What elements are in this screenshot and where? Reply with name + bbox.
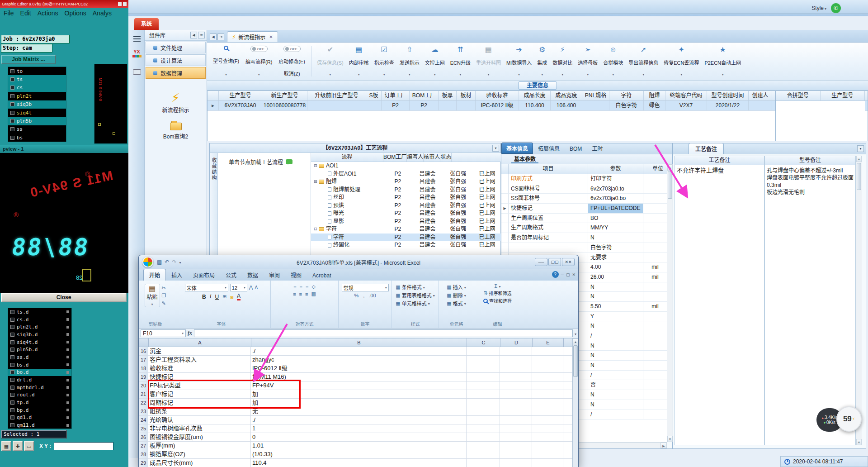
cell-f[interactable] <box>563 381 573 390</box>
save-icon[interactable]: ▤ <box>157 259 162 265</box>
cell-c[interactable] <box>467 459 500 467</box>
column-header[interactable]: BOM工厂 <box>410 91 439 100</box>
layer-checkbox[interactable] <box>10 325 14 329</box>
layer-row[interactable]: rout.d <box>8 391 71 399</box>
vertical-scrollbar[interactable]: ▲ ▼ <box>856 156 862 445</box>
ribbon-button[interactable]: ✦ 修复ECN丢流程 <box>661 44 702 78</box>
row-number[interactable]: 25 <box>139 424 148 433</box>
tab[interactable]: 基本信息 <box>501 143 533 154</box>
ribbon-button[interactable]: ➚ 导出流程信息 <box>626 44 661 78</box>
ribbon-button[interactable]: ★ P2ECN自动上网 <box>702 44 744 78</box>
column-header[interactable]: 终端客户代码 <box>665 91 707 100</box>
flow-tree-row[interactable]: 丝印 P2 吕建会 张自强 已上网 <box>311 194 501 202</box>
flow-tree-row[interactable]: 阻焊 P2 吕建会 张自强 已上网 <box>311 178 501 186</box>
column-header[interactable]: 字符 <box>609 91 644 100</box>
layer-row[interactable]: siq4t.d <box>8 338 71 346</box>
phone-icon[interactable]: ✆ <box>831 3 841 13</box>
ribbon-button[interactable]: ⇧ 发送指示 <box>397 44 422 78</box>
layer-checkbox[interactable] <box>10 393 14 397</box>
cell-d[interactable] <box>500 373 532 381</box>
nav-button[interactable]: 设计算法 <box>146 54 206 66</box>
cell-c[interactable] <box>467 356 500 364</box>
cell-a[interactable]: 板厚(mm) <box>148 442 251 450</box>
style-dropdown[interactable]: Style <box>811 5 826 11</box>
menu-item[interactable]: Analys <box>93 10 112 17</box>
cell-c[interactable] <box>467 347 500 356</box>
column-header[interactable]: 参数 <box>588 164 643 174</box>
column-header[interactable]: C <box>467 338 500 347</box>
layer-checkbox[interactable] <box>10 415 14 419</box>
cell-f[interactable] <box>563 407 573 416</box>
preview-window-title[interactable]: pview - 1 <box>0 145 128 153</box>
cell-e[interactable] <box>532 459 563 467</box>
cell-d[interactable] <box>500 442 532 450</box>
layer-row[interactable]: pln2t <box>8 92 66 100</box>
device-icon[interactable] <box>133 69 141 75</box>
align-top-icon[interactable]: ≡ <box>293 284 296 290</box>
layer-row[interactable]: ts.d <box>8 308 71 316</box>
column-header[interactable]: 流程 <box>311 153 383 162</box>
cell-f[interactable] <box>563 442 573 450</box>
cell-c[interactable] <box>467 442 500 450</box>
cell-d[interactable] <box>500 381 532 390</box>
sheet-row[interactable]: 18 验收标准 IPC-6012 Ⅱ级 <box>139 364 573 373</box>
cell-f[interactable] <box>563 416 573 424</box>
close-tab-icon[interactable]: ✕ <box>269 34 273 39</box>
xy-coordinate-input[interactable] <box>54 442 113 450</box>
close-button[interactable]: ✕ <box>562 258 575 266</box>
ribbon-button[interactable]: ☺ 合拼模块 <box>600 44 626 78</box>
layer-checkbox[interactable] <box>10 111 14 115</box>
formula-input[interactable] <box>194 329 573 337</box>
cell-f[interactable] <box>563 347 573 356</box>
undo-icon[interactable]: ↶ <box>165 259 169 265</box>
table-row[interactable]: 印刷方式 打印字符 <box>501 174 667 184</box>
cell-e[interactable] <box>532 416 563 424</box>
cells-button[interactable]: ▦ 删除 <box>447 291 466 299</box>
sheet-row[interactable]: 26 图镀铜镍金厚度(um) 0 <box>139 433 573 442</box>
cell-c[interactable] <box>467 381 500 390</box>
row-number[interactable]: 26 <box>139 433 148 442</box>
shrink-font-icon[interactable]: A <box>255 285 258 290</box>
ribbon-button[interactable]: ➣ 选择母板 <box>575 44 600 78</box>
cell-e[interactable] <box>532 347 563 356</box>
menu-item[interactable]: Actions <box>38 10 58 17</box>
row-number[interactable]: 27 <box>139 442 148 450</box>
column-header[interactable]: S板 <box>366 91 382 100</box>
close-preview-button[interactable]: Close <box>1 293 127 302</box>
cell-d[interactable] <box>500 433 532 442</box>
cell-f[interactable] <box>563 433 573 442</box>
expander-icon[interactable] <box>314 178 319 186</box>
cell-b[interactable]: 110.4 <box>251 459 467 467</box>
cells-button[interactable]: ▦ 插入 <box>447 283 466 291</box>
column-header[interactable]: 状态 <box>440 153 452 162</box>
help-icon[interactable]: ? <box>552 271 559 278</box>
layer-checkbox[interactable] <box>10 423 14 427</box>
tab[interactable]: BOM <box>565 144 587 154</box>
cell-d[interactable] <box>500 407 532 416</box>
number-format-combo[interactable]: 常规▾ <box>342 284 389 291</box>
ribbon-button[interactable]: ⚡ 数据对比 <box>550 44 575 78</box>
cell-d[interactable] <box>500 399 532 407</box>
cell-e[interactable] <box>532 381 563 390</box>
row-number[interactable]: 28 <box>139 450 148 459</box>
column-header[interactable]: A <box>149 338 251 347</box>
layer-row[interactable]: bp.d <box>8 406 71 414</box>
layer-checkbox[interactable] <box>10 136 14 140</box>
tab-system[interactable]: 系统 <box>134 18 159 30</box>
number-format-button[interactable]: , <box>363 293 364 298</box>
row-number[interactable]: 23 <box>139 407 148 416</box>
graphic-editor-title-bar[interactable]: Graphic Editor 9.07b2 (00@HY-HYCAM-PC132 <box>0 0 128 8</box>
style-button[interactable]: ▦ 单元格样式 <box>396 300 434 307</box>
align-left-icon[interactable]: ≡ <box>293 291 296 297</box>
flow-tree-row[interactable]: AOI1 <box>311 162 501 170</box>
column-header[interactable]: 阻焊 <box>644 91 665 100</box>
column-header[interactable]: 生产型号 <box>219 91 262 100</box>
flow-tree-row[interactable]: 外层AOI1 P2 吕建会 张自强 已上网 <box>311 170 501 178</box>
tab-basic-params[interactable]: 基本参数 <box>511 155 538 163</box>
row-number[interactable]: 19 <box>139 373 148 381</box>
ribbon-button[interactable]: ▤ 内部审核 <box>346 44 372 78</box>
layer-row[interactable]: tp.d <box>8 399 71 406</box>
name-box[interactable]: F10▾ <box>141 329 186 337</box>
cell-c[interactable] <box>467 399 500 407</box>
layer-row[interactable]: pln2t.d <box>8 323 71 331</box>
